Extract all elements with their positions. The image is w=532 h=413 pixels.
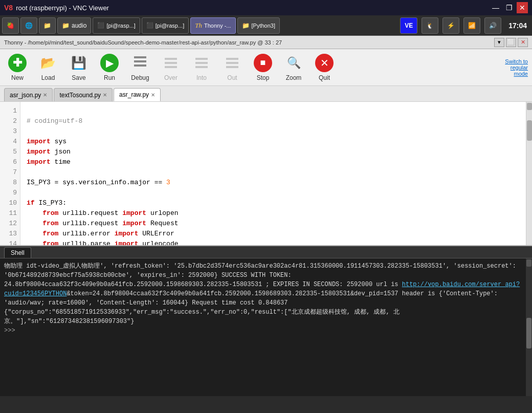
svg-rect-8 [195, 66, 208, 68]
svg-rect-9 [226, 58, 238, 60]
tab-bar: asr_json.py ✕ textTosound.py ✕ asr_raw.p… [0, 86, 532, 102]
taskbar-python3[interactable]: 📁 [Python3] [237, 17, 280, 34]
vnc-content: Thonny - /home/pi/mind/test_sound/baiduS… [0, 36, 532, 396]
window-controls: — ❐ ✕ [490, 2, 528, 13]
path-bar-restore[interactable]: ⬜ [506, 38, 516, 47]
editor-scrollbar[interactable] [526, 102, 532, 245]
svg-rect-3 [165, 58, 177, 60]
debug-icon [132, 53, 148, 72]
run-icon: ▶ [106, 57, 114, 69]
title-bar-text: root (raspberrypi) - VNC Viewer [16, 4, 109, 12]
svg-rect-10 [226, 62, 238, 64]
shell-scrollbar[interactable] [526, 258, 532, 396]
toolbar: ✚ New 📂 Load 💾 Save ▶ Run [0, 49, 532, 86]
stop-button[interactable]: ■ Stop [250, 52, 276, 83]
out-button[interactable]: Out [219, 52, 246, 83]
tab-asr-json[interactable]: asr_json.py ✕ [4, 88, 53, 101]
taskbar-terminal2[interactable]: ⬛ [pi@rasp...] [142, 17, 189, 34]
into-button[interactable]: Into [188, 52, 215, 83]
taskbar-ve[interactable]: VE [400, 17, 417, 34]
path-bar: Thonny - /home/pi/mind/test_sound/baiduS… [0, 36, 532, 49]
new-icon: ✚ [13, 56, 22, 70]
svg-rect-5 [165, 66, 177, 68]
line-numbers: 123456789101112131415 [0, 102, 20, 245]
vnc-icon: V8 [4, 4, 13, 12]
new-button[interactable]: ✚ New [4, 52, 31, 83]
stop-icon: ■ [260, 57, 266, 68]
tab-close-asr-raw[interactable]: ✕ [151, 92, 155, 98]
svg-rect-7 [195, 62, 208, 64]
taskbar-browser[interactable]: 🌐 [20, 17, 37, 34]
quit-button[interactable]: ✕ Quit [311, 52, 338, 83]
close-button[interactable]: ✕ [517, 2, 528, 13]
shell-tab-bar: Shell [0, 246, 532, 258]
shell-tab[interactable]: Shell [4, 247, 31, 258]
taskbar-wifi[interactable]: 📶 [463, 17, 480, 34]
taskbar-bluetooth[interactable]: ⚡ [442, 17, 459, 34]
debug-button[interactable]: Debug [127, 52, 153, 83]
path-bar-dropdown[interactable]: ▾ [494, 38, 504, 47]
code-editor[interactable]: # coding=utf-8 import sys import json im… [20, 102, 526, 245]
switch-mode-area: Switch toregularmode [505, 58, 528, 77]
minimize-button[interactable]: — [490, 2, 501, 13]
title-bar: V8 root (raspberrypi) - VNC Viewer — ❐ ✕ [0, 0, 532, 15]
editor-area: 123456789101112131415 # coding=utf-8 imp… [0, 102, 532, 245]
save-button[interactable]: 💾 Save [65, 52, 92, 83]
run-button[interactable]: ▶ Run [96, 52, 123, 83]
switch-mode-link[interactable]: Switch toregularmode [505, 58, 528, 77]
zoom-icon: 🔍 [287, 56, 301, 70]
tab-close-texttosound[interactable]: ✕ [103, 92, 107, 98]
taskbar-raspberry[interactable]: 🍓 [2, 17, 19, 34]
svg-rect-6 [195, 58, 208, 60]
svg-rect-2 [134, 64, 146, 67]
maximize-button[interactable]: ❐ [503, 2, 515, 13]
svg-rect-11 [226, 66, 238, 68]
shell-container: Shell 物助理 idt-video_虚拟人物助理', 'refresh_to… [0, 245, 532, 396]
load-icon: 📂 [40, 56, 56, 70]
shell-line-5: Request time cost 0.848637 [192, 299, 287, 307]
taskbar-filemanager[interactable]: 📁 [39, 17, 56, 34]
shell-output[interactable]: 物助理 idt-video_虚拟人物助理', 'refresh_token': … [0, 258, 526, 396]
tab-texttosound[interactable]: textTosound.py ✕ [54, 88, 113, 101]
svg-rect-0 [134, 56, 146, 58]
taskbar-time: 17:04 [505, 21, 530, 30]
taskbar: 🍓 🌐 📁 📁 audio ⬛ [pi@rasp...] ⬛ [pi@rasp.… [0, 15, 532, 36]
taskbar-linux[interactable]: 🐧 [422, 17, 438, 34]
over-button[interactable]: Over [158, 52, 184, 83]
load-button[interactable]: 📂 Load [35, 52, 61, 83]
shell-prompt: >>> [4, 327, 15, 334]
zoom-button[interactable]: 🔍 Zoom [280, 52, 307, 83]
shell-line-6: {"corpus_no":"6855185719125336933","err_… [4, 309, 400, 325]
tab-close-asr-json[interactable]: ✕ [43, 92, 47, 98]
taskbar-thonny[interactable]: Th Thonny -... [190, 17, 235, 34]
tab-asr-raw[interactable]: asr_raw.py ✕ [114, 88, 161, 101]
svg-rect-1 [134, 60, 146, 62]
svg-rect-4 [165, 62, 177, 64]
taskbar-terminal1[interactable]: ⬛ [pi@rasp...] [93, 17, 140, 34]
taskbar-volume[interactable]: 🔊 [484, 17, 501, 34]
save-icon: 💾 [71, 56, 86, 70]
path-bar-close[interactable]: ✕ [518, 38, 528, 47]
quit-icon: ✕ [320, 57, 329, 69]
path-bar-text: Thonny - /home/pi/mind/test_sound/baiduS… [4, 39, 494, 46]
taskbar-audio-folder[interactable]: 📁 audio [57, 17, 91, 34]
